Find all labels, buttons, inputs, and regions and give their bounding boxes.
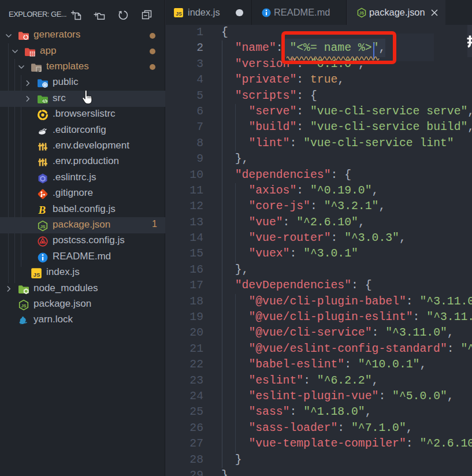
svg-text:JS: JS [21, 303, 26, 308]
svg-text:JS: JS [176, 11, 182, 17]
svg-text:JS: JS [34, 272, 40, 278]
svg-text:JS: JS [359, 11, 365, 15]
svg-text:B: B [38, 204, 46, 216]
svg-text:JS: JS [40, 224, 45, 229]
